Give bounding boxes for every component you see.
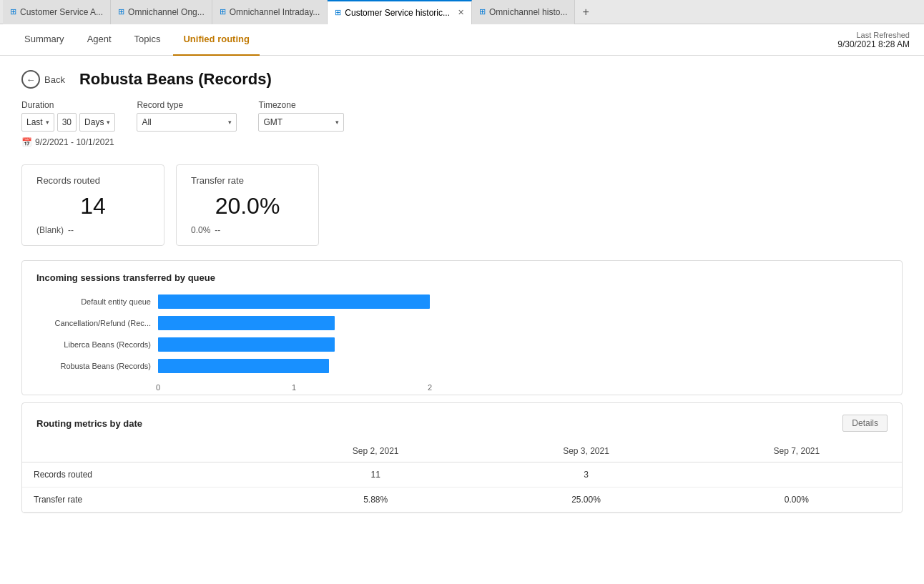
record-type-select[interactable]: All ▾ xyxy=(137,113,237,132)
bar-row: Default entity queue xyxy=(36,295,888,309)
tab-label-2: Omnichannel Ong... xyxy=(128,7,205,17)
incoming-sessions-section: Incoming sessions transferred by queue D… xyxy=(21,260,903,395)
tab-agent-label: Agent xyxy=(87,34,112,44)
routing-metrics-header: Routing metrics by date Details xyxy=(22,415,902,440)
tab-omnichannel-ong[interactable]: ⊞ Omnichannel Ong... xyxy=(111,0,212,24)
card-records-routed-title: Records routed xyxy=(36,175,149,186)
back-button[interactable]: ← Back xyxy=(21,70,65,89)
calendar-icon: 📅 xyxy=(21,137,32,147)
axis-tick: 1 xyxy=(292,383,296,392)
bar-label: Cancellation/Refund (Rec... xyxy=(36,319,151,327)
card-sub1-tr: 0.0% xyxy=(191,225,210,235)
tab-label-3: Omnichannel Intraday... xyxy=(230,7,320,17)
table-row: Records routed113 xyxy=(22,462,902,488)
record-type-filter: Record type All ▾ xyxy=(137,100,237,132)
card-transfer-rate: Transfer rate 20.0% 0.0% -- xyxy=(176,164,319,246)
bar-chart: Default entity queueCancellation/Refund … xyxy=(36,295,888,383)
tab-label-5: Omnichannel histo... xyxy=(489,7,567,17)
tab-topics[interactable]: Topics xyxy=(124,24,171,56)
tab-icon-2: ⊞ xyxy=(118,7,124,16)
table-header-cell xyxy=(22,440,270,462)
details-button[interactable]: Details xyxy=(842,415,888,432)
duration-number-input[interactable]: 30 xyxy=(57,113,77,132)
duration-number-value: 30 xyxy=(62,117,72,127)
tab-bar: ⊞ Customer Service A... ⊞ Omnichannel On… xyxy=(0,0,924,24)
timezone-filter: Timezone GMT ▾ xyxy=(258,100,344,132)
table-cell-label: Transfer rate xyxy=(22,488,270,513)
add-tab-button[interactable]: + xyxy=(575,6,596,19)
tab-customer-service-a[interactable]: ⊞ Customer Service A... xyxy=(3,0,111,24)
record-type-label: Record type xyxy=(137,100,237,110)
timezone-value: GMT xyxy=(263,117,282,127)
duration-unit-value: Days xyxy=(84,117,104,127)
duration-label: Duration xyxy=(21,100,115,110)
bar-label: Robusta Beans (Records) xyxy=(36,362,151,370)
tab-customer-service-historic[interactable]: ⊞ Customer Service historic... ✕ xyxy=(328,0,472,24)
tab-icon-1: ⊞ xyxy=(10,7,16,16)
incoming-sessions-title: Incoming sessions transferred by queue xyxy=(36,272,888,283)
last-refreshed: Last Refreshed 9/30/2021 8:28 AM xyxy=(837,31,910,49)
chevron-down-icon-4: ▾ xyxy=(335,119,339,126)
bar-row: Cancellation/Refund (Rec... xyxy=(36,316,888,330)
table-row: Transfer rate5.88%25.00%0.00% xyxy=(22,488,902,513)
duration-last-value: Last xyxy=(26,117,43,127)
timezone-select[interactable]: GMT ▾ xyxy=(258,113,344,132)
tab-omnichannel-intraday[interactable]: ⊞ Omnichannel Intraday... xyxy=(212,0,328,24)
main-content: ← Back Robusta Beans (Records) Duration … xyxy=(0,56,924,584)
tab-icon-5: ⊞ xyxy=(479,7,486,16)
chevron-down-icon-3: ▾ xyxy=(228,119,232,126)
card-sub2-tr: -- xyxy=(215,225,220,235)
card-records-routed-value: 14 xyxy=(36,193,149,219)
filters-section: Duration Last ▾ 30 Days ▾ 📅 9/2/2021 - 1… xyxy=(0,100,924,157)
table-cell-value: 11 xyxy=(270,462,481,488)
bar-label: Liberca Beans (Records) xyxy=(36,340,151,349)
card-transfer-rate-title: Transfer rate xyxy=(191,175,304,186)
bar-fill xyxy=(158,359,329,373)
tab-label-1: Customer Service A... xyxy=(20,7,103,17)
duration-last-select[interactable]: Last ▾ xyxy=(21,113,54,132)
table-cell-value: 0.00% xyxy=(692,488,902,513)
table-cell-label: Records routed xyxy=(22,462,270,488)
card-sub1: (Blank) xyxy=(36,225,64,235)
tab-omnichannel-histo[interactable]: ⊞ Omnichannel histo... xyxy=(472,0,575,24)
duration-unit-select[interactable]: Days ▾ xyxy=(79,113,115,132)
table-cell-value: 25.00% xyxy=(481,488,691,513)
tab-agent[interactable]: Agent xyxy=(77,24,122,56)
tab-topics-label: Topics xyxy=(134,34,161,44)
tab-summary[interactable]: Summary xyxy=(14,24,74,56)
tab-summary-label: Summary xyxy=(24,34,64,44)
bar-track xyxy=(158,316,888,330)
page-header: ← Back Robusta Beans (Records) xyxy=(0,56,924,100)
chevron-down-icon-2: ▾ xyxy=(107,119,110,126)
bar-track xyxy=(158,295,888,309)
routing-metrics-table: Sep 2, 2021Sep 3, 2021Sep 7, 2021Records… xyxy=(22,440,902,513)
table-header-cell: Sep 7, 2021 xyxy=(692,440,902,462)
date-range: 📅 9/2/2021 - 10/1/2021 xyxy=(21,134,115,150)
bar-row: Liberca Beans (Records) xyxy=(36,337,888,352)
bar-fill xyxy=(158,337,335,352)
card-sub2: -- xyxy=(68,225,74,235)
page-title: Robusta Beans (Records) xyxy=(79,70,272,89)
axis-tick: 0 xyxy=(156,383,160,392)
routing-metrics-section: Routing metrics by date Details Sep 2, 2… xyxy=(21,402,903,513)
tab-label-4: Customer Service historic... xyxy=(345,8,450,18)
record-type-value: All xyxy=(142,117,151,127)
axis-tick: 2 xyxy=(428,383,432,392)
card-records-routed: Records routed 14 (Blank) -- xyxy=(21,164,164,246)
card-records-routed-sub: (Blank) -- xyxy=(36,225,149,235)
close-icon-tab4[interactable]: ✕ xyxy=(458,8,464,17)
table-cell-value xyxy=(692,462,902,488)
back-circle-icon: ← xyxy=(21,70,40,89)
timezone-label: Timezone xyxy=(258,100,344,110)
duration-controls: Last ▾ 30 Days ▾ xyxy=(21,113,115,132)
bar-track xyxy=(158,337,888,352)
bar-fill xyxy=(158,316,335,330)
card-transfer-rate-sub: 0.0% -- xyxy=(191,225,304,235)
routing-metrics-title: Routing metrics by date xyxy=(36,418,142,429)
bar-track xyxy=(158,359,888,373)
table-cell-value: 3 xyxy=(481,462,691,488)
table-header-cell: Sep 3, 2021 xyxy=(481,440,691,462)
tab-unified-routing-label: Unified routing xyxy=(183,34,249,44)
bar-row: Robusta Beans (Records) xyxy=(36,359,888,373)
tab-unified-routing[interactable]: Unified routing xyxy=(173,24,259,56)
